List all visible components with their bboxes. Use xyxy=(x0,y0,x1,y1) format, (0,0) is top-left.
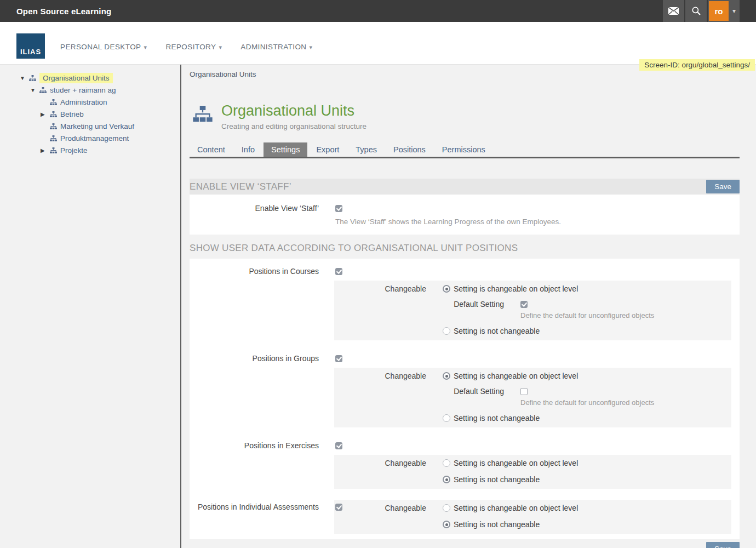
orgunit-icon xyxy=(50,135,57,141)
default-setting-checkbox[interactable] xyxy=(520,388,528,395)
positions-in-groups-group: Positions in Groups Changeable Setting i… xyxy=(190,353,740,427)
not-changeable-radio[interactable] xyxy=(443,414,450,422)
positions-in-exercises-group: Positions in Exercises Changeable Settin… xyxy=(190,441,740,489)
positions-in-courses-group: Positions in Courses Changeable Setting … xyxy=(190,266,740,340)
collapse-arrow-icon[interactable]: ▶ xyxy=(41,147,50,153)
default-setting-label: Default Setting xyxy=(443,299,504,309)
tree-item-studer-raimann[interactable]: ▼ studer + raimann ag xyxy=(0,84,180,96)
tab-content[interactable]: Content xyxy=(190,142,233,157)
tab-types[interactable]: Types xyxy=(348,142,385,157)
changeable-radio-label: Setting is changeable on object level xyxy=(454,503,578,513)
chevron-down-icon: ▾ xyxy=(144,44,147,50)
expand-arrow-icon[interactable]: ▼ xyxy=(20,75,29,81)
page-title: Organisational Units xyxy=(221,102,366,119)
default-setting-checkbox[interactable] xyxy=(520,301,528,308)
tree-sidebar: ▼ Organisational Units ▼ studer + raiman… xyxy=(0,65,181,548)
changeable-radio-label: Setting is changeable on object level xyxy=(454,284,578,294)
changeable-radio[interactable] xyxy=(443,504,450,512)
orgunit-icon xyxy=(50,123,57,129)
main-nav: PERSONAL DESKTOP▾ REPOSITORY▾ ADMINISTRA… xyxy=(60,43,331,51)
not-changeable-radio-label: Setting is not changeable xyxy=(454,475,540,484)
save-button-top[interactable]: Save xyxy=(706,180,740,193)
screen-id-badge: Screen-ID: orgu/global_settings/ xyxy=(639,59,755,71)
user-avatar[interactable]: ro xyxy=(709,1,729,21)
enable-staff-checkbox[interactable] xyxy=(335,205,342,212)
tree-item-organisational-units[interactable]: ▼ Organisational Units xyxy=(0,72,180,84)
search-button[interactable] xyxy=(684,0,707,22)
positions-in-exercises-label: Positions in Exercises xyxy=(190,441,319,450)
orgunit-icon xyxy=(29,75,36,81)
changeable-label: Changeable xyxy=(334,284,426,294)
tree-item-label: Administration xyxy=(60,98,107,106)
ilias-logo[interactable]: ILIAS xyxy=(16,33,45,59)
not-changeable-radio[interactable] xyxy=(443,521,450,528)
nav-item-repository[interactable]: REPOSITORY▾ xyxy=(165,43,222,51)
nav-item-personal-desktop[interactable]: PERSONAL DESKTOP▾ xyxy=(60,43,147,51)
orgunit-icon xyxy=(50,111,57,117)
orgunit-page-icon xyxy=(193,106,213,124)
tree-item-label: studer + raimann ag xyxy=(50,86,116,94)
topbar: Open Source eLearning ro ▾ xyxy=(0,0,756,22)
orgunit-icon xyxy=(39,87,47,93)
tab-positions[interactable]: Positions xyxy=(386,142,433,157)
changeable-label: Changeable xyxy=(334,371,426,381)
tree-item-produktmanagement[interactable]: Produktmanagement xyxy=(0,132,180,144)
changeable-radio-label: Setting is changeable on object level xyxy=(454,458,578,468)
mail-icon xyxy=(668,7,679,15)
section-heading-show-user-data: SHOW USER DATA ACCORDING TO ORGANISATION… xyxy=(190,243,740,254)
not-changeable-radio-label: Setting is not changeable xyxy=(454,326,540,336)
expand-arrow-icon[interactable]: ▼ xyxy=(30,87,39,93)
mail-button[interactable] xyxy=(662,0,684,22)
section-heading-enable-staff: ENABLE VIEW ‘STAFF’ xyxy=(190,181,291,192)
positions-in-courses-label: Positions in Courses xyxy=(190,266,319,276)
search-icon xyxy=(691,6,701,16)
positions-in-groups-checkbox[interactable] xyxy=(335,355,342,362)
not-changeable-radio[interactable] xyxy=(443,476,450,483)
changeable-radio[interactable] xyxy=(443,285,450,293)
positions-in-courses-checkbox[interactable] xyxy=(335,268,342,275)
changeable-radio[interactable] xyxy=(443,459,450,467)
app-title: Open Source eLearning xyxy=(16,7,111,16)
main-header: ILIAS PERSONAL DESKTOP▾ REPOSITORY▾ ADMI… xyxy=(0,22,756,65)
positions-in-individual-assessments-label: Positions in Individual Assessments xyxy=(190,502,319,512)
tab-settings[interactable]: Settings xyxy=(264,142,307,157)
default-setting-description: Define the default for unconfigured obje… xyxy=(520,398,731,407)
tree-item-projekte[interactable]: ▶ Projekte xyxy=(0,144,180,156)
tree-item-betrieb[interactable]: ▶ Betrieb xyxy=(0,108,180,120)
default-setting-description: Define the default for unconfigured obje… xyxy=(520,311,731,319)
positions-in-individual-assessments-group: Positions in Individual Assessments Chan… xyxy=(190,502,740,534)
not-changeable-radio[interactable] xyxy=(443,327,450,335)
enable-staff-description: The View ‘Staff’ shows the Learning Prog… xyxy=(335,218,740,226)
breadcrumb[interactable]: Organisational Units xyxy=(190,70,740,78)
enable-staff-label: Enable View ‘Staff’ xyxy=(190,203,319,213)
orgunit-icon xyxy=(50,99,57,105)
tree-item-label: Projekte xyxy=(60,146,88,155)
collapse-arrow-icon[interactable]: ▶ xyxy=(41,111,50,117)
changeable-label: Changeable xyxy=(334,458,426,468)
default-setting-label: Default Setting xyxy=(443,386,504,396)
nav-item-administration[interactable]: ADMINISTRATION▾ xyxy=(240,43,312,51)
tree-item-label: Marketing und Verkauf xyxy=(60,122,134,130)
tree-item-label: Betrieb xyxy=(60,110,84,118)
tree-item-administration[interactable]: Administration xyxy=(0,96,180,108)
tab-permissions[interactable]: Permissions xyxy=(434,142,493,157)
not-changeable-radio-label: Setting is not changeable xyxy=(454,413,540,423)
user-caret-icon: ▾ xyxy=(732,7,736,15)
page-subtitle: Creating and editing organisational stru… xyxy=(221,122,366,130)
positions-in-exercises-checkbox[interactable] xyxy=(335,442,342,449)
tree-item-marketing-und-verkauf[interactable]: Marketing und Verkauf xyxy=(0,120,180,132)
positions-in-individual-assessments-checkbox[interactable] xyxy=(335,504,342,511)
orgunit-icon xyxy=(50,147,57,153)
changeable-radio-label: Setting is changeable on object level xyxy=(454,371,578,381)
not-changeable-radio-label: Setting is not changeable xyxy=(454,520,540,529)
changeable-label: Changeable xyxy=(334,503,426,513)
tree-item-label: Organisational Units xyxy=(39,73,113,83)
tree-item-label: Produktmanagement xyxy=(60,134,129,142)
chevron-down-icon: ▾ xyxy=(309,44,312,50)
tab-export[interactable]: Export xyxy=(308,142,347,157)
tab-info[interactable]: Info xyxy=(234,142,262,157)
changeable-radio[interactable] xyxy=(443,372,450,380)
user-menu-button[interactable]: ro ▾ xyxy=(707,0,740,22)
save-button-bottom[interactable]: Save xyxy=(706,542,740,548)
tab-bar: Content Info Settings Export Types Posit… xyxy=(190,142,740,158)
